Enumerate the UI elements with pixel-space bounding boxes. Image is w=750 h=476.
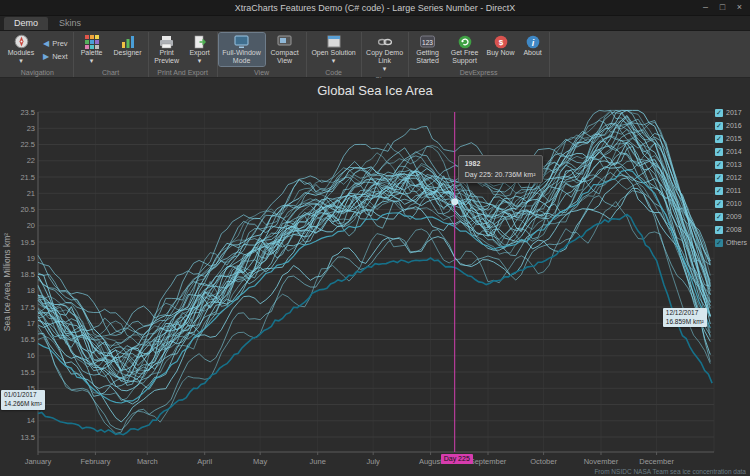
solution-icon <box>327 34 341 49</box>
compact-icon <box>277 34 292 49</box>
ribbon-button-label: Palette ▾ <box>81 49 103 65</box>
maximize-icon[interactable]: □ <box>714 0 731 15</box>
minimize-icon[interactable]: – <box>697 0 714 15</box>
ribbon-button-modules[interactable]: Modules ▾ <box>3 33 39 66</box>
ribbon-button-label: Copy Demo Link ▾ <box>366 49 403 73</box>
support-icon <box>458 34 472 49</box>
ribbon-button-label: Export ▾ <box>189 49 209 65</box>
ribbon-button-getting-started[interactable]: 123Getting Started <box>410 33 446 66</box>
ribbon-group-navigation: Modules ▾◀Prev▶NextNavigation <box>2 32 74 77</box>
ribbon-group-label-chart: Chart <box>75 68 147 77</box>
annotation-flag-right: 12/12/201716.859M km² <box>663 308 707 328</box>
ribbon-button-label: About <box>523 49 541 57</box>
designer-icon <box>121 34 135 49</box>
export-icon <box>193 34 207 49</box>
chart-overlays: 1982Day 225: 20.736M km²01/01/201714.266… <box>0 78 750 476</box>
arrow-right-icon: ▶ <box>43 52 49 61</box>
fullwindow-icon <box>234 34 249 49</box>
ribbon-button-label: Print Preview <box>154 49 179 65</box>
window-title: XtraCharts Features Demo (C# code) - Lar… <box>0 3 750 13</box>
ribbon-group-code: Open Solution ▾Code <box>307 32 362 77</box>
palette-icon <box>85 34 99 49</box>
ribbon-button-label: Next <box>52 52 67 61</box>
ribbon-group-devexpress: 123Getting StartedGet Free Support$Buy N… <box>409 32 550 77</box>
ribbon-button-label: Get Free Support <box>451 49 479 65</box>
close-icon[interactable]: × <box>731 0 748 15</box>
annotation-flag-left: 01/01/201714.266M km² <box>1 390 45 410</box>
ribbon-button-label: Prev <box>52 39 67 48</box>
tab-demo[interactable]: Demo <box>4 17 48 30</box>
ribbon-button-label: Full-Window Mode <box>222 49 261 65</box>
ribbon-button-export[interactable]: Export ▾ <box>184 33 216 66</box>
compass-icon <box>14 34 29 49</box>
ribbon-button-about[interactable]: iAbout <box>518 33 548 58</box>
ribbon-button-open-solution[interactable]: Open Solution ▾ <box>308 33 360 66</box>
ribbon-group-share: Copy Demo Link ▾Share <box>362 32 409 77</box>
ribbon-button-label: Modules ▾ <box>8 49 34 65</box>
ribbon-button-label: Buy Now <box>487 49 515 57</box>
ribbon-button-buy-now[interactable]: $Buy Now <box>484 33 518 58</box>
ribbon-button-label: Getting Started <box>416 49 439 65</box>
ribbon-group-view: Full-Window ModeCompact ViewView <box>218 32 307 77</box>
ribbon-group-label-print-and-export: Print And Export <box>150 68 216 77</box>
link-icon <box>377 34 393 49</box>
ribbon-button-get-free-support[interactable]: Get Free Support <box>446 33 484 66</box>
ribbon-button-label: Designer <box>114 49 142 57</box>
buy-icon: $ <box>494 34 508 49</box>
ribbon-button-palette[interactable]: Palette ▾ <box>75 33 109 66</box>
app-window: XtraCharts Features Demo (C# code) - Lar… <box>0 0 750 476</box>
ribbon-button-designer[interactable]: Designer <box>109 33 147 58</box>
ribbon-group-print-and-export: Print PreviewExport ▾Print And Export <box>149 32 218 77</box>
ribbon-button-prev[interactable]: ◀Prev <box>39 37 72 50</box>
ribbon-toolbar: Modules ▾◀Prev▶NextNavigationPalette ▾De… <box>0 31 750 78</box>
tab-bar: Demo Skins <box>0 16 750 31</box>
crosshair-axis-label: Day 225 <box>441 454 473 464</box>
ribbon-button-compact-view[interactable]: Compact View <box>265 33 305 66</box>
window-controls: – □ × <box>697 0 748 15</box>
ribbon-group-label-view: View <box>219 68 305 77</box>
ribbon-button-print-preview[interactable]: Print Preview <box>150 33 184 66</box>
ribbon-button-copy-demo-link[interactable]: Copy Demo Link ▾ <box>363 33 407 74</box>
chart-area: 13.51414.51515.51616.51717.51818.51919.5… <box>0 78 750 476</box>
tab-skins[interactable]: Skins <box>49 17 91 30</box>
print-icon <box>159 34 174 49</box>
ribbon-button-next[interactable]: ▶Next <box>39 50 72 63</box>
ribbon-button-full-window-mode[interactable]: Full-Window Mode <box>219 33 265 66</box>
ribbon-group-label-navigation: Navigation <box>3 68 72 77</box>
title-bar[interactable]: XtraCharts Features Demo (C# code) - Lar… <box>0 0 750 16</box>
ribbon-button-label: Open Solution ▾ <box>311 49 355 65</box>
svg-text:123: 123 <box>422 39 433 46</box>
ribbon-group-chart: Palette ▾DesignerChart <box>74 32 149 77</box>
onetwothree-icon: 123 <box>420 34 435 49</box>
annotation-tooltip: 1982Day 225: 20.736M km² <box>458 155 543 183</box>
ribbon-group-label-devexpress: DevExpress <box>410 68 548 77</box>
ribbon-group-label-code: Code <box>308 68 360 77</box>
source-note: From NSIDC NASA Team sea ice concentrati… <box>594 468 746 475</box>
arrow-left-icon: ◀ <box>43 39 49 48</box>
about-icon: i <box>526 34 540 49</box>
svg-text:$: $ <box>498 38 503 47</box>
ribbon-button-label: Compact View <box>271 49 299 65</box>
